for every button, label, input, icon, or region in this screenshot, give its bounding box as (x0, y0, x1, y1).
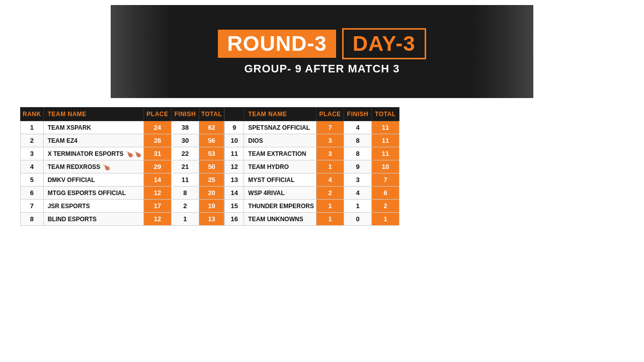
right-table-row: 12 TEAM HYDRO 1 9 10 (225, 160, 399, 173)
right-table-row: 16 TEAM UNKNOWNS 1 0 1 (225, 213, 399, 226)
group-subtitle: GROUP- 9 AFTER MATCH 3 (244, 62, 399, 75)
left-rank-cell: 6 (21, 187, 44, 200)
left-rank-cell: 4 (21, 160, 44, 173)
right-total-cell: 11 (372, 121, 399, 134)
left-rank-cell: 5 (21, 173, 44, 187)
right-header-finish: FINISH (344, 108, 372, 121)
right-team-name-cell: DIOS (244, 134, 316, 147)
left-table-row: 8 BLIND ESPORTS 12 1 13 (21, 213, 224, 226)
right-place-cell: 3 (316, 147, 344, 160)
right-team-name-cell: SPETSNAZ OFFICIAL (244, 121, 316, 134)
right-rank-cell: 16 (225, 213, 244, 226)
left-table-row: 6 MTGG ESPORTS OFFICIAL 12 8 20 (21, 187, 224, 200)
left-table-row: 7 JSR ESPORTS 17 2 19 (21, 200, 224, 213)
left-team-name-cell: X TERMINATOR ESPORTS 🍗🍗 (43, 147, 143, 160)
left-header-finish: FINISH (171, 108, 199, 121)
right-rank-cell: 9 (225, 121, 244, 134)
left-team-name-cell: JSR ESPORTS (43, 200, 143, 213)
right-finish-cell: 9 (344, 160, 372, 173)
left-team-name-cell: TEAM REDXROSS 🍗 (43, 160, 143, 173)
right-table-row: 11 TEAM EXTRACTION 3 8 11 (225, 147, 399, 160)
left-total-cell: 56 (199, 134, 224, 147)
left-rank-cell: 7 (21, 200, 44, 213)
left-table-container: RANK TEAM NAME PLACE FINISH TOTAL 1 TEAM… (20, 107, 224, 226)
left-rank-cell: 2 (21, 134, 44, 147)
left-total-cell: 20 (199, 187, 224, 200)
left-finish-cell: 30 (171, 134, 199, 147)
right-table-row: 9 SPETSNAZ OFFICIAL 7 4 11 (225, 121, 399, 134)
left-place-cell: 12 (143, 213, 171, 226)
left-total-cell: 50 (199, 160, 224, 173)
left-total-cell: 13 (199, 213, 224, 226)
right-rank-cell: 13 (225, 173, 244, 187)
right-rank-cell: 12 (225, 160, 244, 173)
right-finish-cell: 4 (344, 121, 372, 134)
left-place-cell: 31 (143, 147, 171, 160)
left-place-cell: 17 (143, 200, 171, 213)
day-badge: DAY-3 (342, 28, 426, 59)
right-team-name-cell: TEAM EXTRACTION (244, 147, 316, 160)
header-banner: ROUND-3 DAY-3 GROUP- 9 AFTER MATCH 3 (111, 5, 533, 98)
right-place-cell: 3 (316, 134, 344, 147)
left-finish-cell: 2 (171, 200, 199, 213)
left-place-cell: 24 (143, 121, 171, 134)
right-finish-cell: 3 (344, 173, 372, 187)
left-finish-cell: 8 (171, 187, 199, 200)
left-finish-cell: 1 (171, 213, 199, 226)
left-table-row: 5 DMKV OFFICIAL 14 11 25 (21, 173, 224, 187)
right-table-row: 14 WSP 4RIVAL 2 4 6 (225, 187, 399, 200)
left-table-row: 3 X TERMINATOR ESPORTS 🍗🍗 31 22 53 (21, 147, 224, 160)
right-team-name-cell: MYST OFFICIAL (244, 173, 316, 187)
left-table-row: 4 TEAM REDXROSS 🍗 29 21 50 (21, 160, 224, 173)
left-total-cell: 25 (199, 173, 224, 187)
left-team-name-cell: TEAM XSPARK (43, 121, 143, 134)
right-rank-cell: 15 (225, 200, 244, 213)
right-place-cell: 7 (316, 121, 344, 134)
right-header-total: TOTAL (372, 108, 399, 121)
left-total-cell: 53 (199, 147, 224, 160)
left-finish-cell: 22 (171, 147, 199, 160)
tables-area: RANK TEAM NAME PLACE FINISH TOTAL 1 TEAM… (20, 107, 624, 226)
right-total-cell: 11 (372, 134, 399, 147)
right-rank-cell: 14 (225, 187, 244, 200)
left-team-name-cell: TEAM EZ4 (43, 134, 143, 147)
right-table-row: 10 DIOS 3 8 11 (225, 134, 399, 147)
right-finish-cell: 1 (344, 200, 372, 213)
left-finish-cell: 21 (171, 160, 199, 173)
right-header-rank (225, 108, 244, 121)
right-place-cell: 2 (316, 187, 344, 200)
round-day-row: ROUND-3 DAY-3 (218, 28, 426, 59)
left-total-cell: 19 (199, 200, 224, 213)
right-place-cell: 1 (316, 160, 344, 173)
left-team-name-cell: DMKV OFFICIAL (43, 173, 143, 187)
left-table-row: 2 TEAM EZ4 26 30 56 (21, 134, 224, 147)
left-total-cell: 62 (199, 121, 224, 134)
right-rank-cell: 10 (225, 134, 244, 147)
right-finish-cell: 0 (344, 213, 372, 226)
right-place-cell: 1 (316, 200, 344, 213)
round-badge: ROUND-3 (218, 30, 336, 58)
right-total-cell: 1 (372, 213, 399, 226)
left-place-cell: 26 (143, 134, 171, 147)
right-team-name-cell: THUNDER EMPERORS (244, 200, 316, 213)
right-table-container: TEAM NAME PLACE FINISH TOTAL 9 SPETSNAZ … (224, 107, 399, 226)
left-header-team: TEAM NAME (43, 108, 143, 121)
right-table-row: 13 MYST OFFICIAL 4 3 7 (225, 173, 399, 187)
left-place-cell: 12 (143, 187, 171, 200)
left-rank-cell: 8 (21, 213, 44, 226)
right-finish-cell: 8 (344, 147, 372, 160)
left-team-name-cell: BLIND ESPORTS (43, 213, 143, 226)
left-table: RANK TEAM NAME PLACE FINISH TOTAL 1 TEAM… (20, 107, 224, 226)
right-rank-cell: 11 (225, 147, 244, 160)
right-total-cell: 6 (372, 187, 399, 200)
right-table-row: 15 THUNDER EMPERORS 1 1 2 (225, 200, 399, 213)
right-place-cell: 4 (316, 173, 344, 187)
left-header-place: PLACE (143, 108, 171, 121)
right-team-name-cell: TEAM UNKNOWNS (244, 213, 316, 226)
left-table-row: 1 TEAM XSPARK 24 38 62 (21, 121, 224, 134)
left-rank-cell: 3 (21, 147, 44, 160)
left-finish-cell: 38 (171, 121, 199, 134)
right-header-team: TEAM NAME (244, 108, 316, 121)
left-place-cell: 14 (143, 173, 171, 187)
left-header-total: TOTAL (199, 108, 224, 121)
